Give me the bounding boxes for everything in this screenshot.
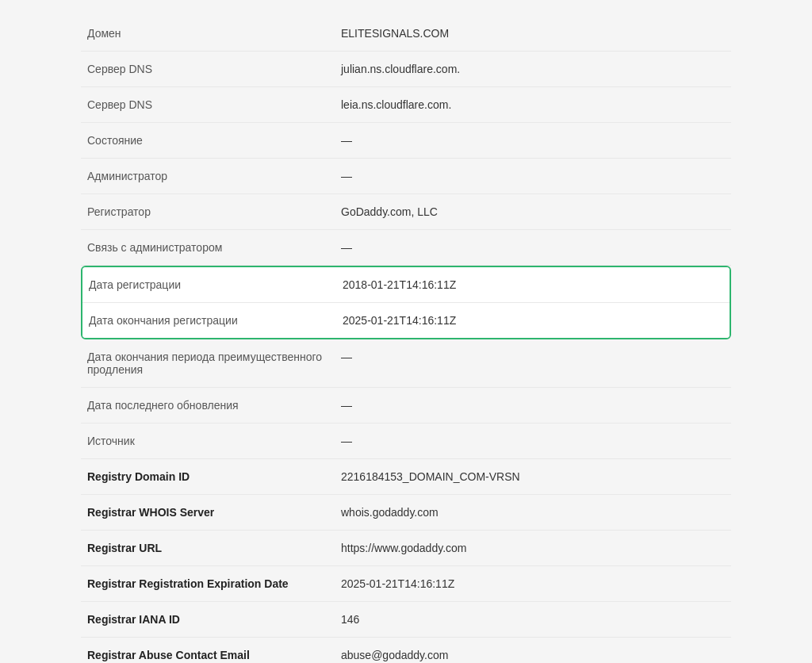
table-row: Registrar Abuse Contact Emailabuse@godad… [81, 638, 731, 664]
row-value: abuse@godaddy.com [335, 638, 731, 664]
table-row: Связь с администратором— [81, 230, 731, 266]
table-row: Дата последнего обновления— [81, 388, 731, 423]
row-value: — [335, 388, 731, 423]
table-row: Дата окончания регистрации2025-01-21T14:… [82, 303, 730, 339]
table-row: Сервер DNSjulian.ns.cloudflare.com. [81, 52, 731, 87]
row-value: GoDaddy.com, LLC [335, 194, 731, 230]
row-value: ELITESIGNALS.COM [335, 16, 731, 52]
table-row: Сервер DNSleia.ns.cloudflare.com. [81, 87, 731, 123]
table-row: Дата окончания периода преимущественного… [81, 339, 731, 388]
row-value: https://www.godaddy.com [335, 531, 731, 566]
row-label: Администратор [81, 159, 335, 194]
row-label: Дата окончания регистрации [82, 303, 336, 339]
row-label: Домен [81, 16, 335, 52]
row-value: 2216184153_DOMAIN_COM-VRSN [335, 459, 731, 495]
table-row: Администратор— [81, 159, 731, 194]
row-value: julian.ns.cloudflare.com. [335, 52, 731, 87]
table-row: Registry Domain ID2216184153_DOMAIN_COM-… [81, 459, 731, 495]
row-value: — [335, 123, 731, 159]
row-label: Сервер DNS [81, 52, 335, 87]
table-row: Registrar Registration Expiration Date20… [81, 566, 731, 602]
row-value: 2025-01-21T14:16:11Z [335, 566, 731, 602]
row-label: Registrar URL [81, 531, 335, 566]
row-label: Дата регистрации [82, 267, 336, 303]
row-label: Registrar Abuse Contact Email [81, 638, 335, 664]
row-value: — [335, 339, 731, 388]
table-row: Источник— [81, 423, 731, 459]
row-label: Сервер DNS [81, 87, 335, 123]
info-table: ДоменELITESIGNALS.COMСервер DNSjulian.ns… [81, 16, 731, 266]
row-label: Дата окончания периода преимущественного… [81, 339, 335, 388]
info-table-after: Дата окончания периода преимущественного… [81, 339, 731, 663]
row-label: Registrar WHOIS Server [81, 495, 335, 531]
row-value: — [335, 159, 731, 194]
row-value: — [335, 423, 731, 459]
table-row: Registrar URLhttps://www.godaddy.com [81, 531, 731, 566]
main-container: ДоменELITESIGNALS.COMСервер DNSjulian.ns… [49, 16, 763, 663]
row-label: Registry Domain ID [81, 459, 335, 495]
highlighted-section: Дата регистрации2018-01-21T14:16:11ZДата… [81, 266, 731, 339]
row-label: Связь с администратором [81, 230, 335, 266]
table-row: Состояние— [81, 123, 731, 159]
row-label: Состояние [81, 123, 335, 159]
table-row: Registrar WHOIS Serverwhois.godaddy.com [81, 495, 731, 531]
table-row: ДоменELITESIGNALS.COM [81, 16, 731, 52]
row-value: leia.ns.cloudflare.com. [335, 87, 731, 123]
row-value: whois.godaddy.com [335, 495, 731, 531]
row-value: 2018-01-21T14:16:11Z [336, 267, 730, 303]
row-value: — [335, 230, 731, 266]
row-label: Дата последнего обновления [81, 388, 335, 423]
table-row: Дата регистрации2018-01-21T14:16:11Z [82, 267, 730, 303]
row-label: Регистратор [81, 194, 335, 230]
row-value: 2025-01-21T14:16:11Z [336, 303, 730, 339]
row-value: 146 [335, 602, 731, 638]
row-label: Registrar Registration Expiration Date [81, 566, 335, 602]
table-row: Registrar IANA ID146 [81, 602, 731, 638]
row-label: Источник [81, 423, 335, 459]
row-label: Registrar IANA ID [81, 602, 335, 638]
highlighted-table: Дата регистрации2018-01-21T14:16:11ZДата… [82, 267, 730, 338]
table-row: РегистраторGoDaddy.com, LLC [81, 194, 731, 230]
